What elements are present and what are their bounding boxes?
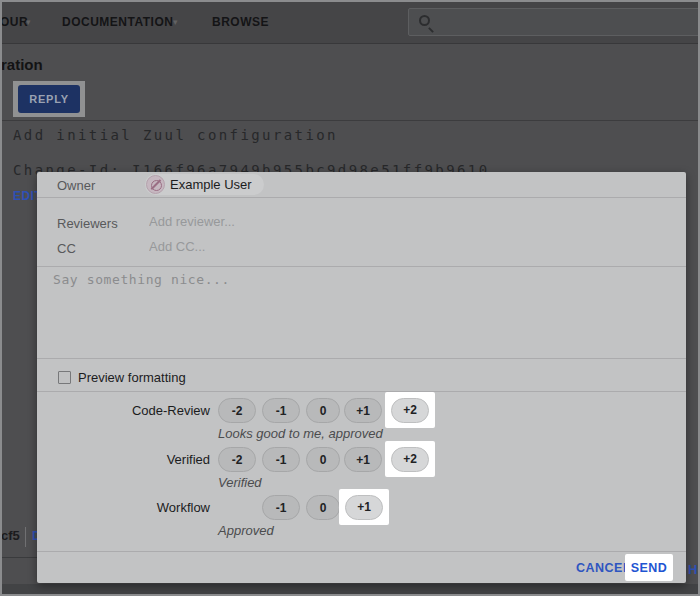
- score-description: Verified: [218, 475, 262, 490]
- commit-subject: Add initial Zuul configuration: [13, 127, 338, 143]
- send-button-highlight: SEND: [625, 554, 673, 581]
- send-button[interactable]: SEND: [625, 560, 674, 576]
- page-title-partial: ration: [1, 56, 43, 73]
- nav-menu-browse[interactable]: BROWSE: [212, 15, 269, 29]
- score-label-workflow: Workflow: [37, 500, 210, 515]
- vote-code-review-plus2-selected[interactable]: +2: [391, 398, 429, 423]
- vote-code-review-minus1[interactable]: -1: [262, 398, 300, 423]
- divider: [0, 557, 37, 558]
- top-nav: OUR ▾ DOCUMENTATION ▾ BROWSE: [0, 0, 700, 44]
- search-input[interactable]: [437, 11, 687, 33]
- vote-verified-minus1[interactable]: -1: [262, 447, 300, 472]
- score-description: Approved: [218, 523, 274, 538]
- divider: [37, 358, 686, 359]
- vote-highlight-box: +2: [385, 441, 435, 477]
- owner-label: Owner: [57, 178, 95, 193]
- cc-label: CC: [57, 241, 76, 256]
- owner-name: Example User: [170, 177, 252, 192]
- vote-workflow-minus1[interactable]: -1: [262, 495, 300, 520]
- vote-verified-plus2-selected[interactable]: +2: [391, 447, 429, 472]
- add-reviewer-input[interactable]: [147, 213, 447, 230]
- reply-dialog: Owner Example User Reviewers CC Preview …: [37, 172, 686, 583]
- divider: [25, 527, 26, 547]
- vote-workflow-zero[interactable]: 0: [306, 495, 340, 520]
- reviewers-label: Reviewers: [57, 216, 118, 231]
- score-label-code-review: Code-Review: [37, 403, 210, 418]
- divider: [37, 551, 686, 552]
- vote-verified-zero[interactable]: 0: [306, 447, 340, 472]
- avatar: [146, 175, 165, 194]
- preview-formatting-checkbox[interactable]: [58, 371, 71, 384]
- nav-menu-your[interactable]: OUR: [0, 15, 28, 29]
- reply-button[interactable]: REPLY: [18, 85, 80, 113]
- score-label-verified: Verified: [37, 452, 210, 467]
- nav-menu-documentation[interactable]: DOCUMENTATION: [62, 15, 173, 29]
- vote-highlight-box: +1: [339, 489, 389, 525]
- preview-formatting-label: Preview formatting: [78, 370, 186, 385]
- score-description: Looks good to me, approved: [218, 426, 383, 441]
- vote-verified-plus1[interactable]: +1: [344, 447, 382, 472]
- chevron-down-icon: ▾: [26, 17, 31, 27]
- divider: [37, 391, 686, 392]
- search-box: [408, 8, 700, 36]
- vote-highlight-box: +2: [385, 392, 435, 428]
- search-icon: [419, 15, 430, 26]
- owner-chip[interactable]: Example User: [145, 174, 264, 195]
- vote-code-review-zero[interactable]: 0: [306, 398, 340, 423]
- divider: [37, 197, 686, 198]
- reply-message-textarea[interactable]: [51, 270, 671, 352]
- page-bottom-band: [0, 584, 700, 596]
- reply-button-highlight: REPLY: [13, 81, 85, 117]
- background-link-partial[interactable]: HO: [688, 562, 700, 577]
- commit-sha-partial: cf5: [1, 528, 20, 543]
- add-cc-input[interactable]: [147, 238, 447, 255]
- vote-code-review-plus1[interactable]: +1: [344, 398, 382, 423]
- vote-code-review-minus2[interactable]: -2: [218, 398, 256, 423]
- chevron-down-icon: ▾: [173, 17, 178, 27]
- divider: [0, 120, 700, 121]
- gerrit-review-screen: OUR ▾ DOCUMENTATION ▾ BROWSE ration REPL…: [0, 0, 700, 596]
- vote-workflow-plus1-selected[interactable]: +1: [345, 495, 383, 520]
- vote-verified-minus2[interactable]: -2: [218, 447, 256, 472]
- divider: [37, 266, 686, 267]
